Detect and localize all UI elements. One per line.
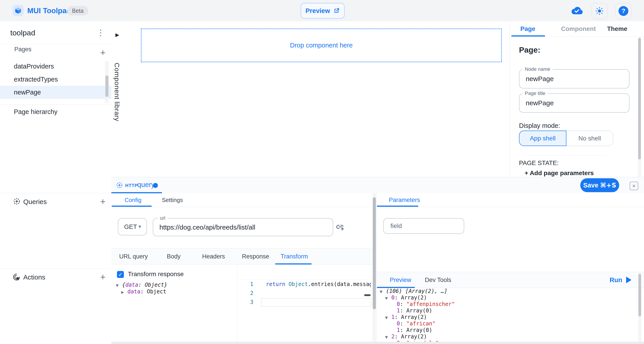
tab-response[interactable]: Response xyxy=(242,248,269,264)
line-number: 1 xyxy=(237,280,253,289)
pages-scrollbar-thumb[interactable] xyxy=(105,75,108,97)
display-mode-toggle: App shell No shell xyxy=(519,131,613,146)
tree-token: : Array(0) xyxy=(400,327,432,333)
page-hierarchy-label[interactable]: Page hierarchy xyxy=(14,108,58,116)
tab-settings[interactable]: Settings xyxy=(162,193,183,207)
light-mode-icon xyxy=(595,7,604,16)
page-heading: Page: xyxy=(519,46,540,54)
tree-row[interactable]: ▼1: Array(2) xyxy=(380,314,634,320)
divider xyxy=(0,44,111,44)
url-input[interactable]: https://dog.ceo/api/breeds/list/all xyxy=(153,218,333,236)
query-tab[interactable]: HTTP query xyxy=(111,177,162,193)
tree-row[interactable]: 0: "affenpinscher" xyxy=(380,301,634,307)
save-button[interactable]: Save ⌘+S xyxy=(580,178,619,192)
node-name-label: Node name xyxy=(522,66,552,72)
tab-headers[interactable]: Headers xyxy=(202,248,225,264)
tree-token: 0 xyxy=(397,301,400,307)
tree-token: "airedale" xyxy=(406,340,439,342)
transform-response-checkbox[interactable]: ✓ xyxy=(117,271,124,278)
tree-row[interactable]: 0: "african" xyxy=(380,320,634,327)
tab-body[interactable]: Body xyxy=(167,248,181,264)
toggle-no-shell[interactable]: No shell xyxy=(566,131,613,146)
tab-preview[interactable]: Preview xyxy=(390,272,411,288)
tree-expand-icon[interactable]: ▼ xyxy=(385,314,391,321)
node-name-value: newPage xyxy=(526,70,554,88)
add-page-button[interactable]: + xyxy=(98,48,108,58)
tree-token: : Array(0) xyxy=(400,307,432,314)
tree-expand-icon[interactable]: ▼ xyxy=(380,288,386,295)
transform-code-editor[interactable]: 1return Object.entries(data.messag23 xyxy=(237,264,372,342)
tree-expand-icon[interactable]: ▶ xyxy=(121,289,128,296)
tree-row[interactable]: 1: Array(0) xyxy=(380,327,634,333)
editor-cursor-mark xyxy=(364,294,370,296)
config-tabbar xyxy=(111,193,376,207)
inspector-scrollbar-thumb[interactable] xyxy=(638,38,641,159)
theme-mode-button[interactable] xyxy=(592,3,608,19)
transform-input-tree[interactable]: ▼{data: Object}▶data: Object xyxy=(116,281,232,295)
tree-row[interactable]: 0: "airedale" xyxy=(380,340,634,342)
add-page-parameters-button[interactable]: + Add page parameters xyxy=(524,169,618,177)
tree-row[interactable]: ▼2: Array(2) xyxy=(380,333,634,340)
chevron-down-icon: ▼ xyxy=(138,224,142,229)
tree-token: 0 xyxy=(391,294,394,301)
sidebar-page-item[interactable]: dataProviders xyxy=(0,60,111,73)
sidebar-page-item[interactable]: extractedTypes xyxy=(0,73,111,86)
result-json-tree[interactable]: ▼(106) [Array(2), …]▼0: Array(2)0: "affe… xyxy=(380,288,634,342)
config-scrollbar-thumb[interactable] xyxy=(373,197,376,309)
tree-row[interactable]: 1: Array(0) xyxy=(380,307,634,314)
tab-dev-tools[interactable]: Dev Tools xyxy=(425,272,451,288)
toggle-app-shell[interactable]: App shell xyxy=(519,131,566,146)
tree-row[interactable]: ▼0: Array(2) xyxy=(380,294,634,301)
code-line[interactable] xyxy=(266,289,371,298)
url-input-label: url xyxy=(158,215,168,221)
inspector-panel: Page Component Theme Page: newPage Node … xyxy=(510,21,644,177)
tree-token: : Array(2) xyxy=(394,314,427,320)
add-action-button[interactable]: + xyxy=(98,272,108,282)
open-in-new-icon xyxy=(333,8,340,14)
project-kebab-menu-icon[interactable]: ⋮ xyxy=(95,27,106,38)
save-button-label: Save xyxy=(583,182,598,189)
divider xyxy=(0,193,111,193)
drop-zone[interactable]: Drop component here xyxy=(141,29,502,62)
preview-button[interactable]: Preview xyxy=(301,3,344,19)
divider xyxy=(527,155,606,155)
help-button[interactable]: ? xyxy=(616,3,632,19)
tree-row[interactable]: ▼{data: Object} xyxy=(116,281,232,288)
page-title-value: newPage xyxy=(526,94,554,112)
add-query-button[interactable]: + xyxy=(98,197,108,207)
chevron-right-icon[interactable]: ▶ xyxy=(116,32,119,38)
play-icon xyxy=(626,277,632,283)
active-tab-underline xyxy=(512,35,545,37)
code-line[interactable]: return Object.entries(data.messag xyxy=(266,280,371,289)
tree-token: (106) [Array(2), …] xyxy=(386,288,448,294)
parameter-field-input[interactable]: field xyxy=(383,218,464,234)
tree-row[interactable]: ▼(106) [Array(2), …] xyxy=(380,288,634,294)
tree-expand-icon[interactable]: ▼ xyxy=(385,334,391,340)
pages-section-label: Pages xyxy=(14,46,32,53)
tree-row[interactable]: ▶data: Object xyxy=(116,288,232,295)
binding-link-icon[interactable] xyxy=(336,222,345,232)
tree-token: 1 xyxy=(397,327,400,333)
tree-expand-icon[interactable]: ▼ xyxy=(385,295,391,301)
tab-transform[interactable]: Transform xyxy=(281,248,308,264)
preview-scrollbar-thumb[interactable] xyxy=(638,274,641,316)
http-method-select[interactable]: GET ▼ xyxy=(118,218,147,235)
cloud-sync-icon[interactable] xyxy=(571,6,583,16)
sidebar-page-item[interactable]: newPage xyxy=(0,86,111,99)
tab-component[interactable]: Component xyxy=(561,21,596,37)
tab-theme[interactable]: Theme xyxy=(607,21,627,37)
tab-url-query[interactable]: URL query xyxy=(119,248,148,264)
query-panel-header: HTTP query Save ⌘+S × xyxy=(111,177,644,194)
run-button[interactable]: Run xyxy=(610,272,632,288)
tab-parameters[interactable]: Parameters xyxy=(389,193,420,207)
tree-token: : Array(2) xyxy=(394,333,427,340)
actions-icon xyxy=(12,273,20,281)
tab-config[interactable]: Config xyxy=(124,193,141,207)
tree-expand-icon[interactable]: ▼ xyxy=(116,282,122,289)
toolpad-logo-icon xyxy=(14,7,22,14)
code-token: Object xyxy=(288,281,308,287)
tab-page[interactable]: Page xyxy=(520,21,535,37)
code-line[interactable] xyxy=(266,298,371,307)
component-library-strip[interactable]: ▶ Component library xyxy=(111,21,126,177)
close-panel-icon[interactable]: × xyxy=(630,182,638,190)
